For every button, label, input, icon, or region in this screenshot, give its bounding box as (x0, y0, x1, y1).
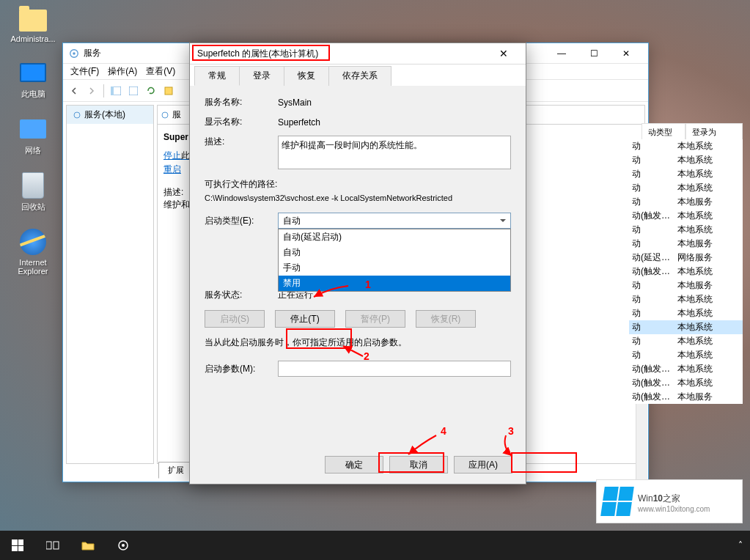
maximize-button[interactable]: ☐ (578, 43, 610, 64)
tree-item-services-local[interactable]: 服务(本地) (67, 106, 153, 124)
tree-item-label: 服务(本地) (84, 108, 125, 121)
start-button[interactable] (0, 531, 35, 560)
menu-view[interactable]: 查看(V) (141, 63, 180, 80)
refresh-button[interactable] (143, 83, 159, 99)
combo-option-auto[interactable]: 自动 (279, 245, 510, 260)
exe-path-label: 可执行文件的路径: (205, 178, 511, 191)
tab-general[interactable]: 常规 (194, 66, 240, 86)
cell-startup-type: 动 (629, 279, 674, 292)
desktop-icon-ie[interactable]: Internet Explorer (7, 227, 59, 276)
table-rows: 动本地系统动本地系统动本地系统动本地系统动本地服务动(触发…本地系统动本地系统动… (629, 139, 743, 404)
cell-logon-as: 本地系统 (674, 307, 740, 320)
pause-button: 暂停(P) (345, 310, 405, 328)
cell-logon-as: 本地系统 (674, 168, 740, 180)
cancel-button[interactable]: 取消 (389, 456, 448, 474)
menu-action[interactable]: 操作(A) (103, 63, 141, 80)
table-row[interactable]: 动(触发…本地系统 (629, 209, 743, 223)
watermark: Win10之家 www.win10xitong.com (596, 479, 743, 523)
window-title: 服务 (84, 47, 101, 59)
combo-value: 自动 (283, 215, 301, 227)
toolbar-button[interactable] (108, 83, 124, 99)
table-row[interactable]: 动本地系统 (629, 153, 743, 167)
desktop-icon-network[interactable]: 网络 (7, 114, 59, 156)
cell-logon-as: 本地服务 (674, 391, 740, 403)
svg-rect-3 (111, 86, 114, 95)
start-params-input (278, 361, 511, 377)
watermark-url: www.win10xitong.com (638, 505, 710, 513)
separator (103, 84, 104, 97)
table-row[interactable]: 动本地系统 (629, 181, 743, 195)
table-row[interactable]: 动本地服务 (629, 279, 743, 292)
combo-option-auto-delayed[interactable]: 自动(延迟启动) (279, 229, 510, 245)
table-row[interactable]: 动(延迟…网络服务 (629, 251, 743, 265)
ie-icon (18, 227, 48, 257)
tab-recovery[interactable]: 恢复 (284, 66, 329, 86)
close-button[interactable]: ✕ (489, 43, 518, 64)
svg-rect-8 (46, 542, 51, 549)
startup-type-label: 启动类型(E): (205, 215, 278, 227)
tab-dependencies[interactable]: 依存关系 (328, 66, 391, 86)
cell-startup-type: 动 (629, 224, 674, 236)
dialog-tabs: 常规 登录 恢复 依存关系 (190, 65, 526, 86)
service-name-value: SysMain (278, 97, 511, 108)
menu-file[interactable]: 文件(F) (66, 63, 103, 80)
startup-type-combo[interactable]: 自动 自动(延迟启动) 自动 手动 禁用 (278, 213, 511, 229)
task-view-button[interactable] (35, 531, 70, 560)
table-row[interactable]: 动本地系统 (629, 139, 743, 153)
combo-option-manual[interactable]: 手动 (279, 260, 510, 276)
tab-extended[interactable]: 扩展 (158, 462, 194, 479)
gear-icon (69, 48, 79, 59)
folder-icon (81, 540, 95, 550)
cell-startup-type: 动(触发… (629, 363, 674, 375)
status-label: 服务状态: (205, 289, 278, 301)
table-row[interactable]: 动(触发…本地系统 (629, 265, 743, 279)
tray-chevron-icon[interactable]: ˄ (738, 540, 743, 550)
table-row[interactable]: 动本地系统 (629, 348, 743, 362)
toolbar-button[interactable] (125, 83, 141, 99)
ok-button[interactable]: 确定 (325, 456, 383, 474)
tab-logon[interactable]: 登录 (239, 66, 284, 86)
desktop-icon-administrator[interactable]: Administra... (7, 4, 59, 43)
file-explorer-button[interactable] (70, 531, 106, 560)
table-row[interactable]: 动本地服务 (629, 195, 743, 209)
table-row[interactable]: 动本地系统 (629, 334, 743, 348)
desktop-icon-this-pc[interactable]: 此电脑 (7, 58, 59, 100)
display-name-value: Superfetch (278, 117, 511, 128)
cell-startup-type: 动 (629, 140, 674, 152)
table-row[interactable]: 动(触发…本地系统 (629, 362, 743, 376)
toolbar-button[interactable] (161, 83, 177, 99)
table-row[interactable]: 动(触发…本地服务 (629, 390, 743, 404)
services-tabs: 扩展 (158, 462, 194, 479)
start-params-label: 启动参数(M): (205, 363, 278, 375)
table-row[interactable]: 动本地系统 (629, 223, 743, 237)
dialog-titlebar[interactable]: Superfetch 的属性(本地计算机) ✕ (190, 43, 526, 65)
table-row[interactable]: 动本地系统 (629, 167, 743, 181)
windows-logo-icon (12, 539, 23, 551)
table-row[interactable]: 动本地服务 (629, 237, 743, 251)
cell-logon-as: 本地服务 (674, 279, 740, 292)
cell-logon-as: 本地系统 (674, 293, 740, 306)
stop-button[interactable]: 停止(T) (275, 310, 335, 328)
apply-button[interactable]: 应用(A) (454, 456, 512, 474)
table-row[interactable]: 动本地系统 (629, 320, 743, 334)
pc-icon (18, 58, 48, 87)
desktop-icon-recycle-bin[interactable]: 回收站 (7, 171, 59, 213)
combo-option-disabled[interactable]: 禁用 (279, 276, 510, 291)
cell-startup-type: 动 (629, 168, 674, 180)
forward-button[interactable] (84, 83, 100, 99)
dialog-content: 服务名称: SysMain 显示名称: Superfetch 描述: 维护和提高… (190, 86, 526, 460)
close-button[interactable]: ✕ (610, 43, 642, 64)
minimize-button[interactable]: — (545, 43, 578, 64)
table-row[interactable]: 动本地系统 (629, 292, 743, 306)
back-button[interactable] (66, 83, 82, 99)
svg-point-6 (74, 112, 80, 118)
cell-logon-as: 本地系统 (674, 140, 740, 152)
cell-startup-type: 动 (629, 349, 674, 361)
table-row[interactable]: 动本地系统 (629, 306, 743, 320)
svg-rect-5 (165, 87, 172, 95)
table-row[interactable]: 动(触发…本地系统 (629, 376, 743, 390)
description-textbox[interactable]: 维护和提高一段时间内的系统性能。 (278, 136, 511, 169)
settings-button[interactable] (106, 531, 141, 560)
arrow-right-icon (87, 86, 96, 95)
cell-startup-type: 动 (629, 154, 674, 166)
